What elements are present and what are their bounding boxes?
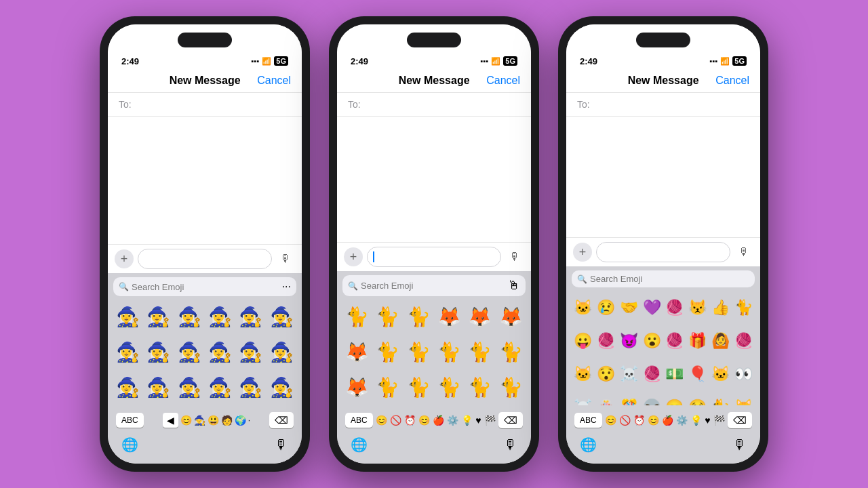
emoji-cell[interactable]: 🧙‍♀️ <box>144 371 173 404</box>
emoji-cell[interactable]: 🧙‍♀️ <box>113 300 142 333</box>
emoji-cell[interactable]: 🧙‍♀️ <box>175 371 204 404</box>
message-input-right[interactable] <box>596 242 730 262</box>
emoji-cell[interactable]: 😾 <box>686 291 709 324</box>
mic-kb-left[interactable]: 🎙 <box>275 437 288 453</box>
kb-emoji-r[interactable]: 😊 <box>605 415 616 426</box>
stamp-icon[interactable]: 🖱 <box>508 279 520 293</box>
emoji-cell[interactable]: 🦊 <box>496 300 526 333</box>
emoji-cell[interactable]: 🧙‍♀️ <box>144 336 173 368</box>
cancel-button-center[interactable]: Cancel <box>486 75 520 87</box>
emoji-cell[interactable]: 🧙‍♀️ <box>267 371 296 404</box>
kb-back-arrow[interactable]: ◀ <box>163 413 178 428</box>
delete-button-left[interactable]: ⌫ <box>269 412 294 428</box>
emoji-search-left[interactable]: 🔍 ··· <box>113 277 296 296</box>
kb-clock-r[interactable]: ⏰ <box>633 415 645 426</box>
abc-button-center[interactable]: ABC <box>345 413 373 428</box>
emoji-cell[interactable]: 🧙‍♀️ <box>175 336 204 368</box>
kb-gear-c[interactable]: ⚙️ <box>447 415 458 426</box>
emoji-cell[interactable]: 🎂 <box>595 391 617 405</box>
emoji-cell[interactable]: 🧙‍♀️ <box>205 371 235 404</box>
emoji-cell[interactable]: 😑 <box>664 391 686 405</box>
mic-button-center[interactable]: 🎙 <box>505 247 524 266</box>
emoji-search-input-left[interactable] <box>132 282 282 292</box>
kb-witch-icon[interactable]: 🧙 <box>194 415 205 426</box>
emoji-cell[interactable]: 🧙‍♀️ <box>144 300 173 333</box>
globe-button-center[interactable]: 🌐 <box>351 436 368 453</box>
emoji-cell[interactable]: 🐈 <box>404 371 433 404</box>
kb-face2-r[interactable]: 😊 <box>648 415 659 426</box>
emoji-cell[interactable]: 🐱 <box>732 391 755 405</box>
emoji-cell[interactable]: 🧙‍♀️ <box>267 336 296 368</box>
emoji-cell[interactable]: 🐈 <box>404 336 433 368</box>
emoji-cell[interactable]: 🦊 <box>342 336 372 368</box>
emoji-cell[interactable]: 🐈 <box>435 371 464 404</box>
emoji-cell[interactable]: 🧙‍♀️ <box>267 300 296 333</box>
emoji-cell[interactable]: 🧶 <box>641 358 663 390</box>
emoji-cell[interactable]: 🧙‍♀️ <box>113 371 142 404</box>
mic-button-right[interactable]: 🎙 <box>734 243 753 262</box>
emoji-cell[interactable]: 🧙‍♀️ <box>236 336 265 368</box>
emoji-cell[interactable]: 🙆 <box>709 325 732 357</box>
kb-apple-c[interactable]: 🍎 <box>433 415 444 426</box>
emoji-cell[interactable]: 🐈 <box>465 336 494 368</box>
kb-globe-icon[interactable]: 🌍 <box>235 415 246 426</box>
emoji-cell[interactable]: 👀 <box>732 358 755 390</box>
emoji-cell[interactable]: 👽 <box>641 391 663 405</box>
kb-flag-r[interactable]: 🏁 <box>713 415 725 426</box>
cancel-button-left[interactable]: Cancel <box>257 75 291 87</box>
emoji-cell[interactable]: 🧙‍♀️ <box>205 300 235 333</box>
emoji-cell[interactable]: 🐈 <box>404 300 433 333</box>
emoji-cell[interactable]: 🧶 <box>664 325 686 357</box>
emoji-cell[interactable]: 🐈 <box>732 291 755 324</box>
kb-emoji-c[interactable]: 😊 <box>376 415 387 426</box>
emoji-cell[interactable]: 🧙‍♀️ <box>175 300 204 333</box>
emoji-cell[interactable]: 💜 <box>641 291 663 324</box>
emoji-cell[interactable]: 🐈 <box>465 371 494 404</box>
emoji-cell[interactable]: 🐈 <box>435 336 464 368</box>
globe-button-right[interactable]: 🌐 <box>580 436 597 453</box>
kb-clock-c[interactable]: ⏰ <box>404 415 416 426</box>
kb-bulb-c[interactable]: 💡 <box>461 415 473 426</box>
message-input-left[interactable] <box>138 249 272 269</box>
emoji-cell[interactable]: 🧶 <box>664 291 686 324</box>
emoji-cell[interactable]: 🐈 <box>496 371 526 404</box>
plus-button-right[interactable]: + <box>573 243 592 262</box>
emoji-cell[interactable]: 🧙‍♀️ <box>236 371 265 404</box>
kb-face2-c[interactable]: 😊 <box>418 415 430 426</box>
mic-kb-right[interactable]: 🎙 <box>733 437 747 453</box>
emoji-cell[interactable]: 🐱 <box>572 291 594 324</box>
emoji-search-center[interactable]: 🔍 🖱 <box>342 275 526 296</box>
abc-button-right[interactable]: ABC <box>574 413 602 428</box>
kb-gear-r[interactable]: ⚙️ <box>676 415 688 426</box>
emoji-cell[interactable]: 😛 <box>572 325 594 357</box>
kb-heart-r[interactable]: ♥ <box>705 415 710 426</box>
emoji-cell[interactable]: 🧶 <box>732 325 755 357</box>
kb-heart-c[interactable]: ♥ <box>475 415 481 426</box>
kb-face-icon[interactable]: 😃 <box>208 415 219 426</box>
message-input-center[interactable] <box>367 247 501 267</box>
emoji-cell[interactable]: ☠️ <box>572 391 594 405</box>
emoji-cell[interactable]: 🤝 <box>618 291 640 324</box>
delete-button-right[interactable]: ⌫ <box>728 412 752 428</box>
plus-button-center[interactable]: + <box>344 247 363 266</box>
more-options-left[interactable]: ··· <box>282 281 291 293</box>
emoji-cell[interactable]: 😮 <box>641 325 663 357</box>
emoji-cell[interactable]: ☠️ <box>618 358 640 390</box>
mic-button-left[interactable]: 🎙 <box>276 249 295 268</box>
emoji-cell[interactable]: 🧙‍♀️ <box>205 336 235 368</box>
emoji-cell[interactable]: 🐈 <box>373 371 402 404</box>
kb-ban-c[interactable]: 🚫 <box>390 415 401 426</box>
emoji-cell[interactable]: 🦊 <box>435 300 464 333</box>
emoji-cell[interactable]: 🐈 <box>709 391 732 405</box>
emoji-cell[interactable]: 😢 <box>595 291 617 324</box>
emoji-cell[interactable]: 👍 <box>709 291 732 324</box>
abc-button-left[interactable]: ABC <box>116 413 144 428</box>
kb-ban-r[interactable]: 🚫 <box>619 415 631 426</box>
emoji-cell[interactable]: 🐱 <box>709 358 732 390</box>
kb-bulb-r[interactable]: 💡 <box>690 415 702 426</box>
kb-person-icon[interactable]: 🧑 <box>221 415 233 426</box>
emoji-cell[interactable]: 🐈 <box>373 300 402 333</box>
emoji-cell[interactable]: 🐈 <box>373 336 402 368</box>
emoji-cell[interactable]: 🦊 <box>342 371 372 404</box>
mic-kb-center[interactable]: 🎙 <box>504 437 517 453</box>
